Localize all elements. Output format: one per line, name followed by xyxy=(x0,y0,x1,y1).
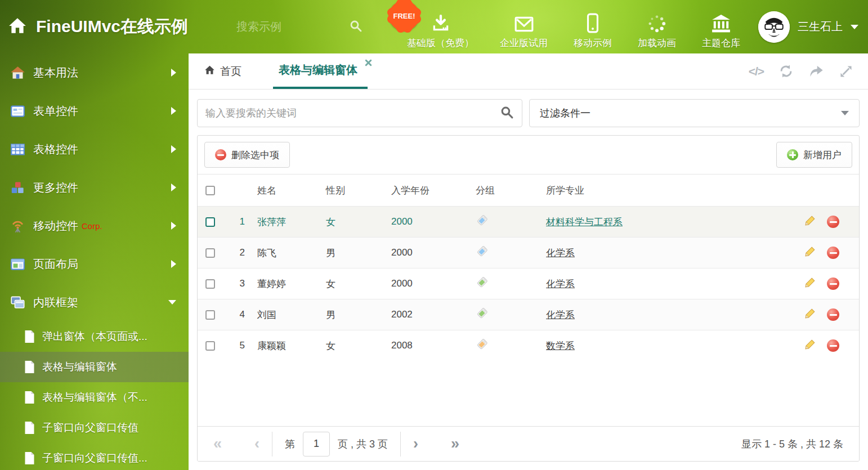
nav-label: 移动示例 xyxy=(574,37,612,50)
row-checkbox[interactable] xyxy=(205,310,215,320)
col-header-year[interactable]: 入学年份 xyxy=(391,174,476,207)
prev-page-button[interactable]: ‹ xyxy=(254,435,259,453)
edit-pencil-icon[interactable] xyxy=(804,277,816,291)
app-title: FineUIMvc在线示例 xyxy=(36,15,188,38)
grid-empty-area xyxy=(198,361,859,427)
user-menu[interactable]: 三生石上 xyxy=(758,11,858,43)
col-header-name[interactable]: 姓名 xyxy=(250,174,324,207)
delete-row-icon[interactable] xyxy=(827,339,839,352)
refresh-icon[interactable] xyxy=(778,64,794,79)
sidebar-subitem-child-to-parent[interactable]: 子窗口向父窗口传值 xyxy=(0,413,189,443)
cell-year: 2000 xyxy=(391,207,476,238)
major-link[interactable]: 化学系 xyxy=(546,248,575,258)
delete-selected-button[interactable]: 删除选中项 xyxy=(204,142,290,168)
open-new-window-icon[interactable] xyxy=(808,64,824,79)
sidebar-item-label: 更多控件 xyxy=(33,180,78,195)
cell-year: 2008 xyxy=(391,330,476,361)
source-code-icon[interactable]: </> xyxy=(749,65,764,78)
sidebar-subitem-popup-window[interactable]: 弹出窗体（本页面或... xyxy=(0,321,189,352)
select-all-checkbox[interactable] xyxy=(205,186,215,195)
row-checkbox[interactable] xyxy=(205,217,215,227)
delete-row-icon[interactable] xyxy=(827,308,839,321)
record-count-summary: 显示 1 - 5 条 , 共 12 条 xyxy=(741,437,843,451)
last-page-button[interactable]: » xyxy=(451,435,459,453)
sidebar-item-form-controls[interactable]: 表单控件 xyxy=(0,92,189,130)
major-link[interactable]: 数学系 xyxy=(546,341,575,351)
sidebar-subitem-grid-edit-window[interactable]: 表格与编辑窗体 xyxy=(0,352,189,382)
table-header-row: 姓名 性别 入学年份 分组 所学专业 xyxy=(198,174,859,207)
page-icon xyxy=(24,391,35,404)
search-icon[interactable] xyxy=(500,105,514,122)
edit-pencil-icon[interactable] xyxy=(804,215,816,229)
sidebar-item-page-layout[interactable]: 页面布局 xyxy=(0,245,189,283)
add-user-button[interactable]: 新增用户 xyxy=(776,142,852,168)
tag-icon xyxy=(476,276,489,289)
page-icon xyxy=(24,360,35,374)
cell-group xyxy=(476,207,540,238)
nav-item-mobile-demo[interactable]: 移动示例 xyxy=(574,4,612,50)
sidebar-item-grid-controls[interactable]: 表格控件 xyxy=(0,130,189,168)
nav-item-enterprise-trial[interactable]: 企业版试用 xyxy=(500,4,548,50)
pagination-bar: « ‹ 第 页 , 共 3 页 › » 显示 1 - 5 条 , 共 12 条 xyxy=(198,426,859,461)
nav-label: 基础版（免费） xyxy=(407,37,474,50)
table-row[interactable]: 1 张萍萍 女 2000 材料科学与工程系 xyxy=(198,207,859,238)
user-name: 三生石上 xyxy=(798,19,843,34)
sidebar-subitem-grid-edit-window-no[interactable]: 表格与编辑窗体（不... xyxy=(0,382,189,413)
divider xyxy=(400,432,401,456)
tab-label: 表格与编辑窗体 xyxy=(279,62,357,78)
sidebar-item-label: 基本用法 xyxy=(33,65,78,80)
delete-row-icon[interactable] xyxy=(827,247,839,259)
search-icon[interactable] xyxy=(349,19,363,35)
edit-pencil-icon[interactable] xyxy=(804,246,816,260)
sidebar-subitem-child-to-parent-2[interactable]: 子窗口向父窗口传值... xyxy=(0,443,189,470)
sidebar-item-mobile-controls[interactable]: 移动控件 Corp. xyxy=(0,207,189,245)
page-number-input[interactable] xyxy=(303,432,330,456)
page-icon xyxy=(24,451,35,465)
first-page-button[interactable]: « xyxy=(213,435,222,453)
tab-grid-edit-window[interactable]: 表格与编辑窗体 xyxy=(273,53,368,89)
cell-name: 陈飞 xyxy=(250,238,324,268)
chevron-right-icon xyxy=(171,107,176,115)
house-icon xyxy=(10,65,25,80)
row-checkbox[interactable] xyxy=(205,279,215,289)
nav-item-loading-anim[interactable]: 加载动画 xyxy=(638,4,676,50)
sidebar-item-iframe[interactable]: 内联框架 xyxy=(0,283,189,321)
major-link[interactable]: 化学系 xyxy=(546,279,575,289)
tab-label: 首页 xyxy=(220,64,241,79)
tag-icon xyxy=(476,245,489,258)
major-link[interactable]: 材料科学与工程系 xyxy=(546,217,623,227)
table-row[interactable]: 3 董婷婷 女 2000 化学系 xyxy=(198,268,859,299)
keyword-search-input[interactable] xyxy=(205,108,500,119)
row-checkbox[interactable] xyxy=(205,248,215,258)
col-header-group[interactable]: 分组 xyxy=(476,174,540,207)
delete-selected-label: 删除选中项 xyxy=(231,149,279,162)
sidebar-item-more-controls[interactable]: 更多控件 xyxy=(0,168,189,207)
tab-home[interactable]: 首页 xyxy=(202,53,244,89)
major-link[interactable]: 化学系 xyxy=(546,310,575,320)
table-row[interactable]: 2 陈飞 男 2000 化学系 xyxy=(198,238,859,268)
delete-row-icon[interactable] xyxy=(827,216,839,228)
col-header-gender[interactable]: 性别 xyxy=(324,174,391,207)
filter-dropdown[interactable]: 过滤条件一 xyxy=(529,99,860,127)
nav-item-theme-store[interactable]: 主题仓库 xyxy=(702,4,740,50)
cell-name: 刘国 xyxy=(250,299,324,330)
sidebar: 基本用法 表单控件 表格控件 更多控件 移动控件 Corp. 页面布局 xyxy=(0,53,189,470)
table-row[interactable]: 4 刘国 男 2002 化学系 xyxy=(198,299,859,330)
grid-toolbar: 删除选中项 新增用户 xyxy=(198,136,859,174)
brand[interactable]: FineUIMvc在线示例 xyxy=(0,15,236,38)
next-page-button[interactable]: › xyxy=(413,435,418,453)
edit-pencil-icon[interactable] xyxy=(804,308,816,322)
edit-pencil-icon[interactable] xyxy=(804,339,816,353)
header-search-input[interactable] xyxy=(236,20,310,33)
cell-group xyxy=(476,268,540,299)
table-row[interactable]: 5 康颖颖 女 2008 数学系 xyxy=(198,330,859,361)
delete-row-icon[interactable] xyxy=(827,277,839,290)
col-header-major[interactable]: 所学专业 xyxy=(540,174,785,207)
fullscreen-icon[interactable] xyxy=(839,64,853,79)
layout-icon xyxy=(10,257,25,272)
home-icon xyxy=(8,16,27,38)
close-icon[interactable] xyxy=(365,59,372,66)
sidebar-item-basic-usage[interactable]: 基本用法 xyxy=(0,53,189,92)
row-checkbox[interactable] xyxy=(205,341,215,351)
nav-label: 加载动画 xyxy=(638,37,676,50)
